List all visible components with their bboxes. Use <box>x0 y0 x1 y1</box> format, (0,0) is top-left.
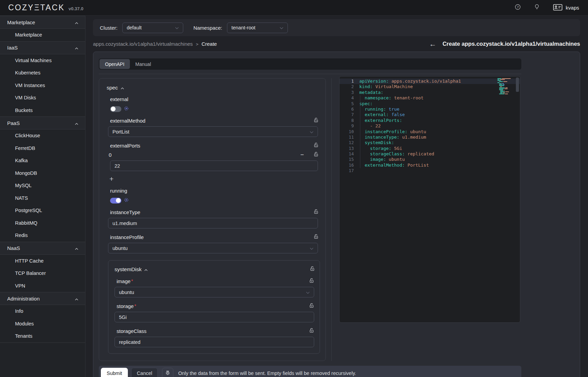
editor-minimap[interactable] <box>497 78 514 96</box>
app-root: COZYΞTACK v0.37.0 ? kvaps MarketplaceMar… <box>0 0 588 377</box>
sidebar-item-vm-disks[interactable]: VM Disks <box>0 92 85 104</box>
breadcrumb-current: Create <box>201 41 217 47</box>
sidebar-item-vm-instances[interactable]: VM Instances <box>0 79 85 92</box>
tab-openapi[interactable]: OpenAPI <box>99 59 130 69</box>
lock-open-icon[interactable] <box>309 328 314 334</box>
code-line-17: 17 <box>339 168 520 173</box>
lock-open-icon[interactable] <box>309 278 314 284</box>
app-header: COZYΞTACK v0.37.0 ? kvaps <box>0 0 588 16</box>
chevron-up-icon <box>144 266 148 273</box>
sidebar-item-mysql[interactable]: MySQL <box>0 179 85 192</box>
code-line-10: 10 instanceProfile: ubuntu <box>339 129 520 135</box>
theme-bulb-icon[interactable] <box>534 4 539 11</box>
breadcrumb-resource[interactable]: apps.cozystack.io/v1alpha1/virtualmachin… <box>93 41 193 47</box>
field-label-instanceProfile: instanceProfile <box>110 234 319 240</box>
app-version: v0.37.0 <box>68 6 83 11</box>
lock-open-icon[interactable] <box>313 209 319 215</box>
lock-open-icon[interactable] <box>313 142 319 149</box>
cancel-button[interactable]: Cancel <box>131 368 158 377</box>
sidebar-item-clickhouse[interactable]: ClickHouse <box>0 129 85 142</box>
instanceProfile-select[interactable]: ubuntu <box>108 243 318 253</box>
chevron-up-icon <box>121 85 124 91</box>
code-line-11: 11 instanceType: u1.medium <box>339 135 520 140</box>
app-logo: COZYΞTACK <box>8 3 65 12</box>
chevron-down-icon <box>310 129 313 135</box>
systemDisk-section-header[interactable]: systemDisk <box>115 266 316 273</box>
column-divider <box>331 78 332 361</box>
cluster-label: Cluster: <box>100 25 118 31</box>
sidebar-item-info[interactable]: Info <box>0 305 85 318</box>
sidebar-item-ferretdb[interactable]: FerretDB <box>0 142 85 155</box>
field-label-externalPorts: externalPorts <box>110 142 319 149</box>
yaml-editor[interactable]: 1apiVersion: apps.cozystack.io/v1alpha12… <box>339 76 520 323</box>
sidebar-group-administration[interactable]: Administration <box>0 292 85 305</box>
sidebar-item-vpn[interactable]: VPN <box>0 280 85 292</box>
sidebar-item-kafka[interactable]: Kafka <box>0 154 85 167</box>
code-line-13: 13 storage: 5Gi <box>339 146 520 151</box>
breadcrumb: apps.cozystack.io/v1alpha1/virtualmachin… <box>93 41 217 47</box>
chevron-up-icon <box>75 19 78 25</box>
sidebar-item-modules[interactable]: Modules <box>0 318 85 330</box>
sidebar-group-iaas[interactable]: IaaS <box>0 41 85 54</box>
sidebar-item-kubernetes[interactable]: Kubernetes <box>0 67 85 79</box>
debug-button[interactable] <box>162 368 173 377</box>
storage-input[interactable] <box>115 312 314 322</box>
namespace-label: Namespace: <box>193 25 222 31</box>
lock-open-icon[interactable] <box>310 266 315 273</box>
sidebar-item-tenants[interactable]: Tenants <box>0 330 85 343</box>
field-label-externalMethod: externalMethod <box>110 117 319 124</box>
sidebar-group-label: Marketplace <box>7 19 35 25</box>
sidebar-item-nats[interactable]: NATS <box>0 192 85 205</box>
add-item-button[interactable]: + <box>109 175 116 182</box>
toggle-knob <box>111 107 116 111</box>
remove-item-button[interactable]: − <box>300 152 304 158</box>
editor-scrollbar[interactable] <box>516 78 519 92</box>
storageClass-input[interactable] <box>115 337 314 347</box>
submit-button[interactable]: Submit <box>101 368 128 377</box>
lock-open-icon[interactable] <box>313 117 319 124</box>
field-label-external: external <box>110 96 319 102</box>
tab-divider <box>99 74 521 74</box>
svg-text:?: ? <box>517 5 519 9</box>
sidebar-item-tcp-balancer[interactable]: TCP Balancer <box>0 267 85 280</box>
help-icon[interactable]: ? <box>515 4 521 11</box>
namespace-select[interactable]: tenant-root <box>227 23 288 33</box>
sidebar-item-mongodb[interactable]: MongoDB <box>0 167 85 180</box>
sidebar-item-postgresql[interactable]: PostgreSQL <box>0 204 85 217</box>
external-toggle[interactable] <box>110 106 121 112</box>
sidebar-item-buckets[interactable]: Buckets <box>0 104 85 117</box>
code-line-7: 7 external: false <box>339 112 520 117</box>
page-title: Create apps.cozystack.io/v1alpha1/virtua… <box>442 41 580 47</box>
sidebar-group-marketplace[interactable]: Marketplace <box>0 16 85 29</box>
sidebar-group-label: NaaS <box>7 245 20 251</box>
code-line-2: 2kind: VirtualMachine <box>339 84 520 89</box>
image-select[interactable]: ubuntu <box>115 287 314 297</box>
sidebar-group-naas[interactable]: NaaS <box>0 242 85 255</box>
header-actions: ? kvaps <box>515 4 579 12</box>
user-menu[interactable]: kvaps <box>553 4 579 12</box>
systemDisk-label: systemDisk <box>115 266 142 273</box>
sidebar-item-http-cache[interactable]: HTTP Cache <box>0 255 85 267</box>
sidebar-group-paas[interactable]: PaaS <box>0 116 85 129</box>
instanceType-input[interactable] <box>108 218 318 228</box>
lock-open-icon[interactable] <box>313 234 319 240</box>
code-line-3: 3metadata: <box>339 90 520 95</box>
sidebar-item-rabbitmq[interactable]: RabbitMQ <box>0 217 85 229</box>
running-toggle[interactable] <box>110 198 121 204</box>
code-line-8: 8 externalPorts: <box>339 118 520 123</box>
default-value-indicator-icon <box>124 106 129 112</box>
externalPorts-0-input[interactable] <box>110 160 318 171</box>
spec-section-header[interactable]: spec <box>107 85 321 91</box>
sidebar-item-redis[interactable]: Redis <box>0 229 85 242</box>
cluster-select[interactable]: default <box>122 23 183 33</box>
chevron-down-icon <box>280 25 283 30</box>
lock-open-icon[interactable] <box>309 303 314 309</box>
sidebar-item-marketplace[interactable]: Marketplace <box>0 29 85 41</box>
externalMethod-select[interactable]: PortList <box>108 126 318 137</box>
sidebar-item-virtual-machines[interactable]: Virtual Machines <box>0 54 85 67</box>
tab-manual[interactable]: Manual <box>130 59 157 69</box>
field-label-storageClass: storageClass <box>117 328 314 334</box>
field-label-running: running <box>110 188 319 194</box>
lock-open-icon[interactable] <box>313 152 319 158</box>
back-arrow-icon[interactable]: ← <box>429 40 436 47</box>
